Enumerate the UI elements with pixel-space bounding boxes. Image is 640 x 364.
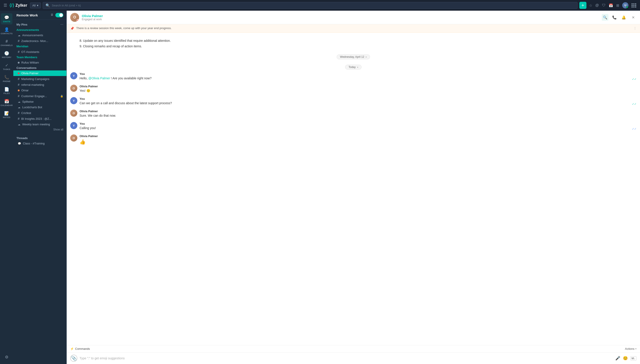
chat-search-button[interactable]: 🔍	[602, 14, 608, 21]
settings-icon: ⚙	[5, 355, 8, 360]
message-input[interactable]	[80, 356, 613, 360]
sidebar-item-announcements[interactable]: ☁ Announcements	[13, 32, 66, 38]
logo-icon: ⟨/⟩	[9, 3, 14, 8]
nav-item-chats[interactable]: 💬 CHATS	[1, 13, 12, 24]
nav-item-channels[interactable]: # CHANNELS	[1, 37, 12, 48]
workspace-name: Remote Work	[16, 13, 48, 17]
microphone-icon[interactable]: 🎤	[615, 356, 620, 361]
bell-icon: 🔔	[622, 15, 626, 20]
sidebar-item-customer-engage[interactable]: # Customer Engage... 🔒	[13, 93, 66, 99]
nav-item-history[interactable]: 🕐 HISTORY	[1, 49, 12, 60]
sidebar-item-weekly-meeting[interactable]: ☁ Weekly team meeting	[13, 122, 66, 127]
monitor-icon[interactable]: 🖥	[50, 13, 54, 17]
date-divider-wednesday: Wednesday, April 12 ▾	[70, 54, 636, 59]
workspace-icons: 🖥	[50, 13, 63, 17]
markdown-icon[interactable]: M↓	[630, 356, 636, 360]
chat-header-actions: 🔍 📞 🔔 ✕	[602, 14, 636, 21]
message-content: You Can we get on a call and discuss abo…	[80, 97, 636, 106]
my-pins-header[interactable]: My Pins ···	[13, 22, 66, 27]
actions-button[interactable]: Actions ▾	[625, 347, 636, 350]
threads-header[interactable]: Threads	[13, 136, 66, 141]
message-sender: You	[80, 122, 636, 125]
avatar-status-dot	[77, 19, 79, 22]
message-input-area: 📎 🎤 😊 M↓	[67, 352, 640, 364]
phone-label: PHONE	[3, 80, 11, 82]
status-dot-red-icon	[18, 72, 20, 74]
sender-avatar: O	[70, 134, 77, 142]
sidebar-item-training[interactable]: 💬 Class - #Training	[13, 141, 66, 146]
announcements-header[interactable]: Announcements	[13, 27, 66, 32]
sidebar-item-label: Lucidcharts Bot	[22, 106, 42, 109]
nav-item-settings[interactable]: ⚙	[1, 353, 12, 361]
message-content: You Hello, @Olivia Palmer ! Are you avai…	[80, 72, 636, 81]
agenda-item-8: 8. Update on any issues identified that …	[80, 38, 636, 44]
sidebar-item-bi-insights[interactable]: # BI Insights 2023 : @Z...	[13, 116, 66, 122]
conversations-header[interactable]: Conversations	[13, 65, 66, 70]
chevron-down-icon: ▾	[635, 348, 636, 350]
workspace-toggle[interactable]	[55, 13, 63, 17]
pinned-more-icon[interactable]: ⋮	[634, 26, 636, 30]
sidebar-item-rufus[interactable]: Rufus William	[13, 60, 66, 65]
sidebar-item-label: Marketing Campaigns	[21, 77, 49, 81]
actions-label: Actions	[625, 347, 634, 350]
grid-square-icon[interactable]: ⊞	[616, 3, 619, 8]
dropdown-arrow-icon: ▾	[37, 4, 38, 7]
date-chip-wednesday[interactable]: Wednesday, April 12 ▾	[337, 54, 370, 59]
user-avatar[interactable]: U	[622, 2, 628, 8]
pins-more-icon[interactable]: ···	[60, 22, 63, 26]
date-divider-today: Today ▾	[70, 65, 636, 70]
nav-item-notes[interactable]: 📝 NOTES	[1, 109, 12, 120]
nav-item-contacts[interactable]: 👤 CONTACTS	[1, 25, 12, 36]
date-label: Wednesday, April 12	[340, 55, 364, 58]
date-chip-today[interactable]: Today ▾	[345, 65, 361, 70]
message-group: Y You Calling you! ✓✓	[70, 121, 636, 131]
hash-icon: #	[18, 50, 20, 54]
sidebar-item-label: referral-marketing	[21, 83, 44, 86]
search-input[interactable]	[52, 4, 575, 7]
nav-item-calendar[interactable]: 📅 CALENDAR	[1, 97, 12, 108]
threads-title: Threads	[16, 136, 28, 140]
sidebar-item-omar[interactable]: Omar	[13, 88, 66, 93]
calendar-icon: 📅	[4, 99, 9, 104]
attachment-button[interactable]: 📎	[70, 355, 77, 362]
message-status: ✓✓	[632, 102, 636, 106]
sidebar-item-olivia[interactable]: Olivia Palmer	[13, 70, 66, 76]
files-label: FILES	[4, 92, 10, 94]
commands-label[interactable]: Commands	[75, 347, 90, 350]
sidebar-item-zoelectronics[interactable]: # Zoelectronics- Mon...	[13, 38, 66, 44]
sidebar-item-splitwise[interactable]: ☁ Splitwise	[13, 99, 66, 104]
message-content: You Calling you!	[80, 122, 636, 130]
nav-item-files[interactable]: 📄 FILES	[1, 85, 12, 96]
nav-item-tasks[interactable]: ✓ TASKS	[1, 61, 12, 72]
search-scope-dropdown[interactable]: All ▾	[30, 2, 41, 8]
notifications-button[interactable]: 🔔	[620, 14, 627, 21]
mention-icon[interactable]: @	[595, 3, 599, 7]
team-members-header[interactable]: Team Members	[13, 55, 66, 60]
emoji-icon[interactable]: 😊	[623, 356, 628, 361]
starred-icon[interactable]: ☆	[589, 3, 592, 8]
call-button[interactable]: 📞	[611, 14, 618, 21]
sidebar-item-marketing-campaigns[interactable]: # Marketing Campaigns	[13, 76, 66, 82]
my-pins-title: My Pins	[16, 23, 27, 26]
message-group: Y You Can we get on a call and discuss a…	[70, 96, 636, 106]
message-text: Hello, @Olivia Palmer ! Are you availabl…	[80, 76, 636, 81]
sidebar-item-ot-assistants[interactable]: # OT-Assistants	[13, 49, 66, 55]
add-button[interactable]: +	[579, 2, 586, 9]
my-pins-section: My Pins ··· Announcements ☁ Announcement…	[13, 20, 66, 134]
phone-icon: 📞	[4, 75, 9, 80]
pinned-message-bar: 📌 There is a review session this week, c…	[67, 24, 640, 33]
message-status: ✓✓	[632, 127, 636, 130]
messages-area[interactable]: 8. Update on any issues identified that …	[67, 33, 640, 345]
apps-grid-icon[interactable]	[632, 3, 636, 8]
calendar-nav-icon[interactable]: 📅	[609, 3, 613, 8]
meridian-header[interactable]: Meridian	[13, 44, 66, 49]
sidebar-item-cricfest[interactable]: # Cricfest	[13, 110, 66, 116]
close-chat-button[interactable]: ✕	[630, 14, 636, 21]
sidebar-item-lucidcharts[interactable]: ☁ Lucidcharts Bot	[13, 104, 66, 110]
menu-icon[interactable]: ☰	[4, 3, 7, 8]
sender-avatar: Y	[70, 72, 77, 79]
show-all-button[interactable]: Show all	[13, 127, 66, 132]
sidebar-item-referral-marketing[interactable]: # referral-marketing	[13, 82, 66, 88]
shield-icon[interactable]: 🛡	[602, 3, 606, 7]
nav-item-phone[interactable]: 📞 PHONE	[1, 73, 12, 84]
